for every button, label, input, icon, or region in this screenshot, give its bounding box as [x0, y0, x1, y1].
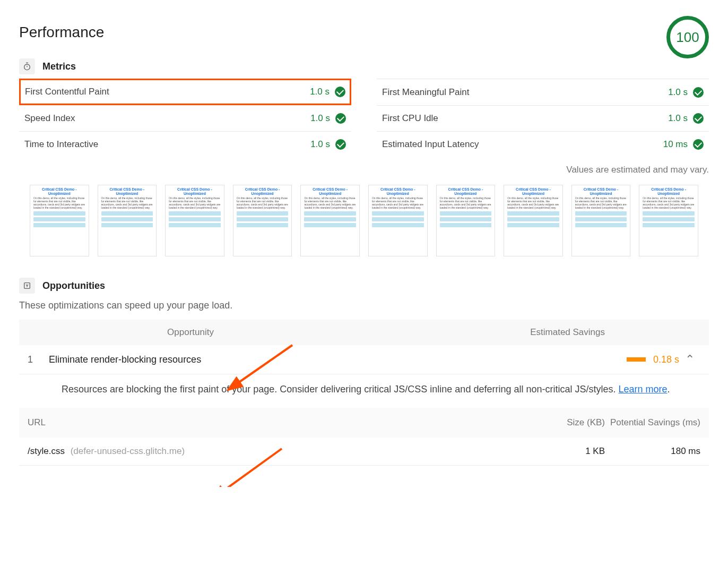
resource-row: /style.css (defer-unused-css.glitch.me) … — [19, 438, 709, 466]
opportunities-table-header: Opportunity Estimated Savings — [19, 320, 709, 345]
metrics-section-title: Metrics — [42, 61, 76, 72]
metrics-footnote: Values are estimated and may vary. — [19, 165, 709, 175]
opportunity-column-header: Opportunity — [49, 327, 332, 338]
resource-host: (defer-unused-css.glitch.me) — [71, 446, 185, 456]
metric-value: 1.0 s — [668, 87, 688, 98]
frame-title: Critical CSS Demo - Unoptimized — [440, 187, 492, 195]
frame-title: Critical CSS Demo - Unoptimized — [643, 187, 695, 195]
metric-value: 1.0 s — [310, 113, 330, 124]
frame-title: Critical CSS Demo - Unoptimized — [33, 187, 85, 195]
metric-label: First Meaningful Paint — [382, 87, 469, 98]
check-icon — [335, 87, 345, 97]
frame-title: Critical CSS Demo - Unoptimized — [169, 187, 221, 195]
metric-row[interactable]: First CPU Idle 1.0 s — [377, 105, 709, 131]
performance-score-gauge: 100 — [666, 16, 709, 58]
savings-bar — [627, 357, 646, 362]
frame-subtitle: On this demo, all the styles, including … — [33, 196, 85, 209]
metric-row[interactable]: Estimated Input Latency 10 ms — [377, 131, 709, 157]
metric-label: First CPU Idle — [382, 113, 438, 124]
frame-subtitle: On this demo, all the styles, including … — [440, 196, 492, 209]
stopwatch-icon — [19, 58, 35, 74]
check-icon — [335, 139, 346, 150]
check-icon — [335, 113, 346, 124]
opportunities-section-title: Opportunities — [42, 280, 105, 292]
savings-column-header: Estimated Savings — [332, 327, 616, 338]
filmstrip-frame: Critical CSS Demo - Unoptimized On this … — [233, 185, 292, 256]
frame-title: Critical CSS Demo - Unoptimized — [101, 187, 153, 195]
metric-value: 1.0 s — [668, 113, 688, 124]
frame-title: Critical CSS Demo - Unoptimized — [372, 187, 424, 195]
size-column-header: Size (KB) — [520, 417, 605, 428]
opportunities-description: These optimizations can speed up your pa… — [19, 300, 709, 311]
opportunity-row[interactable]: 1 Eliminate render-blocking resources 0.… — [19, 345, 709, 374]
opportunity-number: 1 — [28, 354, 49, 365]
frame-subtitle: On this demo, all the styles, including … — [304, 196, 356, 209]
page-title: Performance — [19, 24, 104, 41]
resources-table-header: URL Size (KB) Potential Savings (ms) — [19, 408, 709, 438]
opportunity-detail: Resources are blocking the first paint o… — [19, 374, 709, 408]
metric-row[interactable]: Time to Interactive 1.0 s — [19, 131, 351, 157]
resource-size: 1 KB — [520, 446, 605, 457]
filmstrip: Critical CSS Demo - Unoptimized On this … — [19, 185, 709, 256]
frame-subtitle: On this demo, all the styles, including … — [101, 196, 153, 209]
metrics-section-header: Metrics — [19, 58, 709, 74]
metric-label: Estimated Input Latency — [382, 139, 479, 150]
frame-subtitle: On this demo, all the styles, including … — [169, 196, 221, 209]
check-icon — [693, 87, 704, 98]
url-column-header: URL — [28, 417, 520, 428]
frame-title: Critical CSS Demo - Unoptimized — [237, 187, 289, 195]
frame-subtitle: On this demo, all the styles, including … — [643, 196, 695, 209]
chevron-up-icon[interactable]: ⌃ — [679, 353, 700, 366]
metric-label: First Contentful Paint — [25, 87, 109, 97]
svg-point-0 — [24, 64, 30, 70]
metric-row[interactable]: Speed Index 1.0 s — [19, 105, 351, 131]
filmstrip-frame: Critical CSS Demo - Unoptimized On this … — [571, 185, 631, 256]
frame-subtitle: On this demo, all the styles, including … — [575, 196, 627, 209]
resource-path: /style.css — [28, 446, 65, 456]
metric-value: 1.0 s — [310, 87, 330, 97]
frame-subtitle: On this demo, all the styles, including … — [237, 196, 289, 209]
metric-label: Time to Interactive — [24, 139, 98, 150]
frame-title: Critical CSS Demo - Unoptimized — [575, 187, 627, 195]
check-icon — [693, 139, 704, 150]
opportunities-section-header: Opportunities — [19, 278, 709, 294]
metrics-grid: First Contentful Paint 1.0 s First Meani… — [19, 79, 709, 157]
metric-row[interactable]: First Contentful Paint 1.0 s — [19, 79, 351, 105]
filmstrip-frame: Critical CSS Demo - Unoptimized On this … — [639, 185, 698, 256]
filmstrip-frame: Critical CSS Demo - Unoptimized On this … — [436, 185, 496, 256]
potential-column-header: Potential Savings (ms) — [605, 417, 700, 428]
filmstrip-frame: Critical CSS Demo - Unoptimized On this … — [300, 185, 360, 256]
metric-value: 10 ms — [663, 139, 688, 150]
filmstrip-frame: Critical CSS Demo - Unoptimized On this … — [165, 185, 224, 256]
frame-title: Critical CSS Demo - Unoptimized — [507, 187, 559, 195]
metric-row[interactable]: First Meaningful Paint 1.0 s — [377, 79, 709, 105]
frame-title: Critical CSS Demo - Unoptimized — [304, 187, 356, 195]
frame-subtitle: On this demo, all the styles, including … — [507, 196, 559, 209]
filmstrip-frame: Critical CSS Demo - Unoptimized On this … — [504, 185, 563, 256]
opportunities-icon — [19, 278, 35, 294]
check-icon — [693, 113, 704, 124]
learn-more-link[interactable]: Learn more — [619, 384, 668, 395]
filmstrip-frame: Critical CSS Demo - Unoptimized On this … — [98, 185, 157, 256]
metric-label: Speed Index — [24, 113, 75, 124]
metric-value: 1.0 s — [310, 139, 330, 150]
opportunity-name: Eliminate render-blocking resources — [49, 354, 594, 365]
resource-potential: 180 ms — [605, 446, 700, 457]
filmstrip-frame: Critical CSS Demo - Unoptimized On this … — [30, 185, 89, 256]
frame-subtitle: On this demo, all the styles, including … — [372, 196, 424, 209]
filmstrip-frame: Critical CSS Demo - Unoptimized On this … — [368, 185, 428, 256]
opportunity-detail-text: Resources are blocking the first paint o… — [62, 384, 619, 395]
opportunity-savings: 0.18 s — [653, 354, 679, 365]
